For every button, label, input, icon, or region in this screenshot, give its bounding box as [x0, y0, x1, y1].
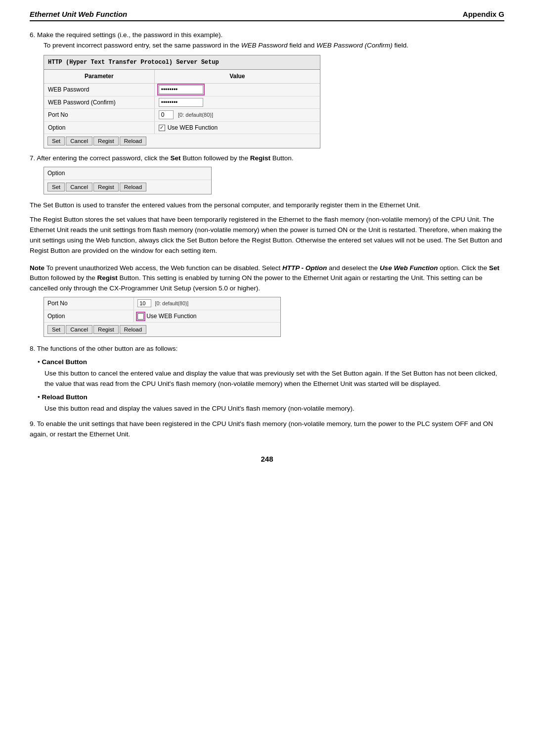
note-bold1: HTTP - Option — [282, 264, 327, 272]
note-text-prefix: To prevent unauthorized Web access, the … — [46, 264, 283, 272]
table-row: Port No [0: default(80)] — [44, 297, 280, 310]
cancel-button-text: Use this button to cancel the entered va… — [44, 369, 504, 389]
small-box-option-label: Option — [47, 170, 65, 177]
cancel-button-item: Cancel Button Use this button to cancel … — [38, 357, 504, 389]
step-7-text-prefix: After entering the correct password, cli… — [37, 154, 170, 162]
note-bold3: Regist — [97, 274, 118, 282]
step-7: 7. After entering the correct password, … — [30, 153, 504, 194]
table-row: Port No [0: default(80)] — [44, 109, 320, 122]
step-9-text: To enable the unit settings that have be… — [30, 420, 493, 438]
step-6-italic1: WEB Password — [241, 42, 288, 49]
value-web-password-confirm — [154, 96, 320, 109]
note-set-button[interactable]: Set — [47, 325, 65, 334]
note-use-web-function-label: Use WEB Function — [146, 312, 196, 321]
page-header: Ethernet Unit Web Function Appendix G — [30, 10, 504, 21]
use-web-function-label: Use WEB Function — [168, 123, 218, 133]
content: 6. Make the required settings (i.e., the… — [30, 30, 504, 440]
step-7-text-mid: Button followed by the — [180, 154, 250, 162]
step-9-num: 9. — [30, 420, 35, 427]
step-6-text2-suffix: field. — [393, 42, 408, 49]
step-6: 6. Make the required settings (i.e., the… — [30, 30, 504, 148]
param-port-no: Port No — [44, 109, 154, 122]
table-row: Option Use WEB Function — [44, 310, 280, 323]
step-8-num: 8. — [30, 345, 35, 352]
step-8-text: The functions of the other button are as… — [37, 345, 178, 352]
option-checkbox-row: ✓ Use WEB Function — [159, 123, 316, 133]
note-section: Note To prevent unauthorized Web access,… — [30, 263, 504, 337]
note-port-input[interactable] — [137, 299, 151, 307]
header-left: Ethernet Unit Web Function — [30, 10, 127, 18]
reload-button-item: Reload Button Use this button read and d… — [38, 392, 504, 414]
step-9: 9. To enable the unit settings that have… — [30, 419, 504, 440]
step-7-text-suffix: Button. — [270, 154, 294, 162]
reload-button[interactable]: Reload — [120, 137, 146, 145]
page: Ethernet Unit Web Function Appendix G 6.… — [0, 0, 534, 756]
note-label: Note — [30, 264, 44, 272]
step-6-italic2: WEB Password (Confirm) — [316, 42, 393, 49]
small-option-box: Option Set Cancel Regist Reload — [44, 167, 212, 194]
step-7-bold2: Regist — [250, 154, 270, 162]
note-text-mid1: and deselect the — [327, 264, 380, 272]
note-box: Port No [0: default(80)] Option — [44, 297, 281, 337]
note-table: Port No [0: default(80)] Option — [44, 297, 280, 323]
small-reload-button[interactable]: Reload — [120, 183, 146, 191]
cancel-button-title: Cancel Button — [42, 358, 87, 366]
note-text-mid2: option. Click the — [438, 264, 489, 272]
small-box-buttons: Set Cancel Regist Reload — [44, 180, 211, 194]
note-checkbox-row: Use WEB Function — [137, 312, 277, 321]
note-italic1: Use Web Function — [380, 264, 438, 272]
note-reload-button[interactable]: Reload — [120, 325, 146, 334]
step-7-bold1: Set — [170, 154, 180, 162]
col-value: Value — [154, 70, 320, 83]
http-setup-box: HTTP (Hyper Text Transfer Protocol) Serv… — [44, 55, 320, 149]
paragraph-2: The Regist Button stores the set values … — [30, 215, 504, 256]
note-value-port: [0: default(80)] — [134, 297, 280, 310]
value-port-no: [0: default(80)] — [154, 109, 320, 122]
table-row: WEB Password — [44, 84, 320, 96]
small-cancel-button[interactable]: Cancel — [66, 183, 92, 191]
param-web-password-confirm: WEB Password (Confirm) — [44, 96, 154, 109]
cancel-button[interactable]: Cancel — [66, 137, 92, 145]
small-regist-button[interactable]: Regist — [93, 183, 119, 191]
note-text: To prevent unauthorized Web access, the … — [30, 264, 499, 292]
table-row: WEB Password (Confirm) — [44, 96, 320, 109]
use-web-function-checkbox[interactable]: ✓ — [159, 125, 165, 131]
web-password-confirm-input[interactable] — [159, 98, 203, 107]
regist-button[interactable]: Regist — [93, 137, 119, 145]
small-set-button[interactable]: Set — [47, 183, 65, 191]
step-6-text2-prefix: To prevent incorrect password entry, set… — [44, 42, 241, 49]
note-bold2: Set — [489, 264, 499, 272]
value-web-password — [154, 84, 320, 96]
step-7-num: 7. — [30, 154, 35, 162]
note-param-option: Option — [44, 310, 134, 323]
setup-box-title: HTTP (Hyper Text Transfer Protocol) Serv… — [44, 55, 320, 70]
step-6-text1: Make the required settings (i.e., the pa… — [37, 31, 222, 39]
note-use-web-function-checkbox[interactable] — [137, 313, 144, 320]
set-button[interactable]: Set — [47, 137, 65, 145]
note-text-mid3: Button followed by the — [30, 274, 97, 282]
reload-button-text: Use this button read and display the val… — [44, 404, 504, 414]
port-no-input[interactable] — [159, 110, 174, 119]
page-number: 248 — [30, 455, 504, 463]
web-password-input[interactable] — [159, 85, 203, 94]
col-param: Parameter — [44, 70, 154, 83]
port-hint: [0: default(80)] — [178, 112, 213, 118]
step-6-text2-mid: field and — [287, 42, 316, 49]
setup-table: Parameter Value WEB Password WEB Pass — [44, 70, 320, 134]
header-right: Appendix G — [463, 10, 504, 18]
step-8: 8. The functions of the other button are… — [30, 344, 504, 414]
note-cancel-button[interactable]: Cancel — [66, 325, 92, 334]
setup-box-buttons: Set Cancel Regist Reload — [44, 134, 320, 148]
param-option: Option — [44, 121, 154, 134]
table-row: Option ✓ Use WEB Function — [44, 121, 320, 134]
note-port-hint: [0: default(80)] — [155, 300, 188, 306]
small-box-option-row: Option — [44, 167, 211, 180]
step-6-text2: To prevent incorrect password entry, set… — [44, 42, 408, 49]
note-value-option: Use WEB Function — [134, 310, 280, 323]
bullet-section: Cancel Button Use this button to cancel … — [38, 357, 504, 414]
note-regist-button[interactable]: Regist — [93, 325, 119, 334]
reload-button-title: Reload Button — [42, 393, 87, 401]
note-param-port: Port No — [44, 297, 134, 310]
note-box-buttons: Set Cancel Regist Reload — [44, 323, 280, 336]
value-option: ✓ Use WEB Function — [154, 121, 320, 134]
